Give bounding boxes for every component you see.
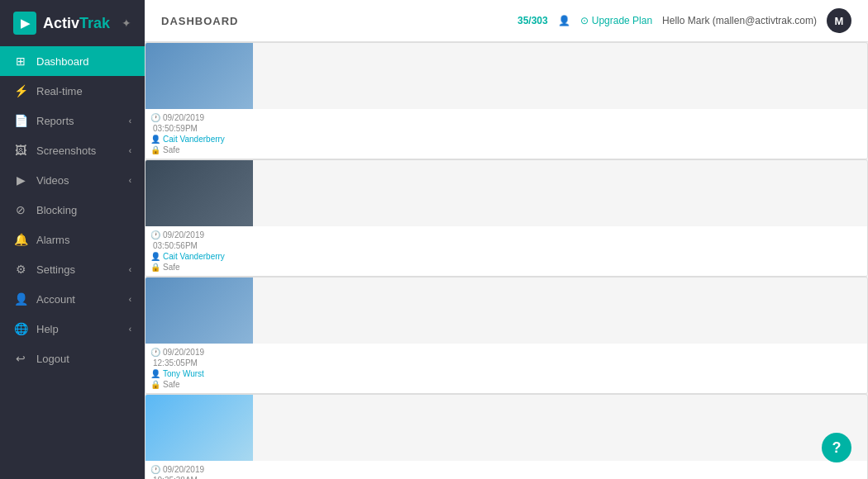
upgrade-icon: ⊙ bbox=[580, 15, 589, 26]
screenshot-info: 🕐09/20/2019 10:35:38AM 👤Stephen Yougas 🔒… bbox=[145, 461, 867, 479]
screenshot-thumbnail bbox=[145, 395, 253, 461]
nav-label: Reports bbox=[36, 115, 74, 127]
sidebar-item-account[interactable]: 👤 Account ‹ bbox=[0, 284, 145, 314]
nav-label: Videos bbox=[36, 174, 69, 187]
screenshot-user: 👤Cait Vanderberry bbox=[150, 252, 862, 261]
sidebar-item-help[interactable]: 🌐 Help ‹ bbox=[0, 314, 145, 344]
screenshot-card[interactable]: 🕐09/20/2019 10:35:38AM 👤Stephen Yougas 🔒… bbox=[145, 394, 868, 479]
upgrade-plan-link[interactable]: ⊙ Upgrade Plan bbox=[580, 15, 652, 26]
sidebar-nav: ⊞ Dashboard ⚡ Real-time 📄 Reports ‹ 🖼 Sc… bbox=[0, 46, 145, 479]
nav-arrow-icon: ‹ bbox=[129, 325, 131, 334]
screenshot-info: 🕐09/20/2019 12:35:05PM 👤Tony Wurst 🔒Safe bbox=[145, 344, 867, 393]
screenshot-thumbnail bbox=[145, 160, 253, 226]
screenshot-time2: 12:35:05PM bbox=[150, 358, 862, 368]
screenshot-info: 🕐09/20/2019 03:50:56PM 👤Cait Vanderberry… bbox=[145, 226, 867, 276]
nav-icon-videos: ▶ bbox=[13, 173, 28, 187]
user-icon: 👤 bbox=[558, 15, 570, 26]
nav-label: Blocking bbox=[36, 204, 77, 216]
nav-icon-logout: ↩ bbox=[13, 352, 28, 365]
help-button[interactable]: ? bbox=[822, 433, 851, 462]
nav-arrow-icon: ‹ bbox=[129, 295, 131, 304]
user-avatar[interactable]: M bbox=[827, 8, 851, 33]
nav-label: Screenshots bbox=[36, 145, 96, 157]
nav-icon-alarms: 🔔 bbox=[13, 233, 28, 246]
logo: ▶ ActivTrak ✦ bbox=[0, 0, 145, 46]
logo-icon: ▶ bbox=[13, 12, 36, 35]
sidebar-item-alarms[interactable]: 🔔 Alarms bbox=[0, 225, 145, 254]
sidebar-item-videos[interactable]: ▶ Videos ‹ bbox=[0, 165, 145, 195]
nav-label: Alarms bbox=[36, 234, 69, 246]
screenshot-time2: 03:50:59PM bbox=[150, 124, 862, 133]
screenshots-strip: 🕐09/20/2019 03:50:59PM 👤Cait Vanderberry… bbox=[145, 42, 868, 479]
screenshot-timestamp: 🕐09/20/2019 bbox=[150, 230, 862, 240]
nav-arrow-icon: ‹ bbox=[129, 116, 131, 126]
screenshot-card[interactable]: 🕐09/20/2019 03:50:56PM 👤Cait Vanderberry… bbox=[145, 159, 868, 277]
sidebar-item-blocking[interactable]: ⊘ Blocking bbox=[0, 195, 145, 225]
screenshot-info: 🕐09/20/2019 03:50:59PM 👤Cait Vanderberry… bbox=[145, 109, 867, 159]
screenshot-user: 👤Tony Wurst bbox=[150, 369, 862, 378]
nav-icon-blocking: ⊘ bbox=[13, 203, 28, 216]
sidebar-item-real-time[interactable]: ⚡ Real-time bbox=[0, 76, 145, 106]
nav-icon-reports: 📄 bbox=[13, 114, 28, 127]
nav-icon-settings: ⚙ bbox=[13, 263, 28, 276]
screenshot-thumbnail bbox=[145, 277, 253, 344]
page-title: DASHBOARD bbox=[161, 15, 239, 27]
screenshot-card[interactable]: 🕐09/20/2019 12:35:05PM 👤Tony Wurst 🔒Safe bbox=[145, 277, 868, 394]
topbar-right: 35/303 👤 ⊙ Upgrade Plan Hello Mark (mall… bbox=[517, 8, 851, 33]
nav-icon-screenshots: 🖼 bbox=[13, 144, 28, 157]
sidebar-item-screenshots[interactable]: 🖼 Screenshots ‹ bbox=[0, 135, 145, 165]
nav-icon-account: 👤 bbox=[13, 292, 28, 306]
screenshot-time2: 03:50:56PM bbox=[150, 241, 862, 250]
nav-label: Dashboard bbox=[36, 55, 89, 68]
main-content: DASHBOARD 35/303 👤 ⊙ Upgrade Plan Hello … bbox=[145, 0, 868, 479]
sidebar-item-reports[interactable]: 📄 Reports ‹ bbox=[0, 106, 145, 135]
screenshot-status: 🔒Safe bbox=[150, 145, 862, 154]
nav-label: Logout bbox=[36, 353, 69, 365]
screenshot-thumbnail bbox=[145, 43, 253, 109]
screenshot-time2: 10:35:38AM bbox=[150, 476, 862, 479]
nav-arrow-icon: ‹ bbox=[129, 265, 131, 274]
screenshot-timestamp: 🕐09/20/2019 bbox=[150, 348, 862, 357]
screenshot-timestamp: 🕐09/20/2019 bbox=[150, 465, 862, 474]
nav-arrow-icon: ‹ bbox=[129, 146, 131, 155]
nav-label: Help bbox=[36, 323, 59, 335]
topbar: DASHBOARD 35/303 👤 ⊙ Upgrade Plan Hello … bbox=[145, 0, 868, 42]
screenshot-timestamp: 🕐09/20/2019 bbox=[150, 113, 862, 122]
logo-text: ActivTrak bbox=[43, 15, 110, 32]
favorite-icon[interactable]: ✦ bbox=[122, 17, 131, 30]
nav-icon-dashboard: ⊞ bbox=[13, 55, 28, 68]
nav-label: Account bbox=[36, 293, 75, 306]
screenshot-card[interactable]: 🕐09/20/2019 03:50:59PM 👤Cait Vanderberry… bbox=[145, 42, 868, 159]
user-count: 35/303 bbox=[517, 15, 548, 26]
nav-label: Settings bbox=[36, 263, 75, 276]
screenshot-status: 🔒Safe bbox=[150, 263, 862, 272]
sidebar: ▶ ActivTrak ✦ ⊞ Dashboard ⚡ Real-time 📄 … bbox=[0, 0, 145, 479]
nav-icon-help: 🌐 bbox=[13, 322, 28, 335]
screenshot-status: 🔒Safe bbox=[150, 380, 862, 389]
nav-arrow-icon: ‹ bbox=[129, 176, 131, 185]
nav-icon-real-time: ⚡ bbox=[13, 84, 28, 97]
sidebar-item-settings[interactable]: ⚙ Settings ‹ bbox=[0, 254, 145, 284]
nav-label: Real-time bbox=[36, 85, 83, 97]
screenshot-user: 👤Cait Vanderberry bbox=[150, 135, 862, 144]
sidebar-item-logout[interactable]: ↩ Logout bbox=[0, 344, 145, 373]
sidebar-item-dashboard[interactable]: ⊞ Dashboard bbox=[0, 46, 145, 76]
greeting: Hello Mark (mallen@activtrak.com) bbox=[662, 15, 817, 26]
